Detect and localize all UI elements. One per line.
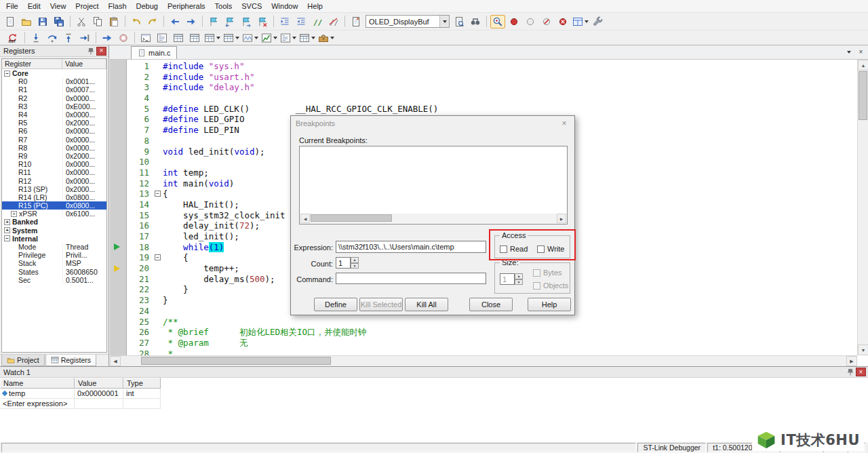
register-row-r11[interactable]: R110x0000... — [2, 168, 106, 176]
step-out-button[interactable] — [61, 32, 76, 44]
menu-svcs[interactable]: SVCS — [237, 1, 267, 12]
register-row-r10[interactable]: R100x0000... — [2, 160, 106, 168]
code-line-25[interactable]: 25/** — [127, 317, 857, 328]
watch-window-button[interactable] — [203, 32, 221, 44]
memory-window-button[interactable] — [222, 32, 240, 44]
menu-debug[interactable]: Debug — [132, 1, 163, 12]
vertical-scroll-thumb[interactable] — [859, 71, 867, 120]
watch-type-cell[interactable] — [123, 399, 161, 409]
code-line-4[interactable]: 4 — [127, 93, 857, 104]
register-row-r3[interactable]: R30xE000... — [2, 102, 106, 111]
watch-row-1[interactable]: temp0x00000001int — [0, 389, 868, 399]
register-row-stack[interactable]: StackMSP — [2, 259, 106, 267]
tab-registers[interactable]: Registers — [45, 355, 96, 366]
menu-view[interactable]: View — [45, 1, 71, 12]
open-file-button[interactable] — [19, 15, 34, 28]
menu-file[interactable]: File — [1, 1, 23, 12]
menu-peripherals[interactable]: Peripherals — [163, 1, 210, 12]
dialog-close-icon[interactable]: × — [559, 119, 570, 128]
register-row-r2[interactable]: R20x0000... — [2, 94, 106, 102]
register-row-r5[interactable]: R50x2000... — [2, 119, 106, 127]
fold-marker-icon[interactable]: − — [155, 191, 161, 197]
code-line-2[interactable]: 2#include "usart.h" — [127, 72, 857, 83]
help-button[interactable]: Help — [528, 298, 571, 311]
count-value[interactable]: 1 — [336, 257, 351, 269]
redo-button[interactable] — [145, 15, 160, 28]
scroll-left-icon[interactable]: ◀ — [300, 214, 310, 223]
find-button[interactable] — [452, 15, 467, 28]
register-row-r1[interactable]: R10x0007... — [2, 85, 106, 94]
run-button[interactable] — [100, 32, 115, 44]
serial-window-button[interactable] — [241, 32, 259, 44]
register-row-r6[interactable]: R60x0000... — [2, 127, 106, 135]
pin-icon[interactable] — [85, 47, 96, 56]
bookmark-clear-button[interactable] — [255, 15, 270, 28]
register-row-r13-sp[interactable]: R13 (SP)0x2000... — [2, 185, 106, 193]
run-to-line-button[interactable] — [77, 32, 92, 44]
close-file-icon[interactable]: × — [856, 47, 866, 57]
toolbox-button[interactable] — [317, 32, 335, 44]
breakpoints-list-scrollbar[interactable]: ◀ ▶ — [300, 214, 566, 223]
count-spinner[interactable]: 1 ▲▼ — [336, 257, 359, 269]
collapse-icon[interactable]: − — [4, 235, 10, 241]
command-input[interactable] — [336, 273, 486, 284]
collapse-icon[interactable]: − — [4, 71, 10, 77]
symbol-window-button[interactable] — [171, 32, 186, 44]
define-button[interactable]: Define — [314, 298, 357, 311]
register-row-privilege[interactable]: PrivilegePrivil... — [2, 251, 106, 259]
register-row-r4[interactable]: R40x0000... — [2, 111, 106, 119]
expression-input[interactable]: \\stm32f103\..\..\Users\main.c\temp — [336, 241, 486, 253]
edit-marker-button[interactable] — [349, 15, 363, 28]
watch-value-cell[interactable] — [75, 399, 123, 409]
code-line-3[interactable]: 3#include "delay.h" — [127, 82, 857, 93]
save-all-button[interactable] — [52, 15, 66, 28]
register-row-states[interactable]: States36008650 — [2, 268, 106, 276]
expand-icon[interactable]: + — [4, 227, 10, 233]
insert-breakpoint-button[interactable] — [507, 15, 521, 28]
watch-column-value[interactable]: Value — [75, 378, 123, 389]
new-file-button[interactable] — [3, 15, 18, 28]
register-row-core[interactable]: −Core — [2, 69, 106, 77]
register-row-sec[interactable]: Sec0.5001... — [2, 276, 106, 284]
tab-project[interactable]: Project — [1, 355, 45, 366]
combobox-dropdown-icon[interactable] — [439, 16, 449, 27]
scroll-left-icon[interactable]: ◀ — [110, 356, 121, 366]
code-line-1[interactable]: 1#include "sys.h" — [127, 61, 857, 72]
configuration-button[interactable] — [591, 15, 606, 28]
editor-vertical-scrollbar[interactable]: ▲ ▼ — [857, 60, 868, 355]
reset-button[interactable]: RST — [3, 32, 21, 44]
zoom-button[interactable] — [490, 15, 505, 28]
count-up-icon[interactable]: ▲ — [351, 257, 359, 263]
find-in-files-button[interactable] — [468, 15, 483, 28]
disable-all-breakpoints-button[interactable] — [539, 15, 554, 28]
watch-name-cell[interactable]: <Enter expression> — [0, 399, 75, 409]
navigate-forward-button[interactable] — [184, 15, 199, 28]
breakpoints-list[interactable]: ◀ ▶ — [299, 146, 568, 224]
save-button[interactable] — [35, 15, 50, 28]
code-line-5[interactable]: 5#define LED_CLK() __HAL_RCC_GPIOC_CLK_E… — [127, 104, 857, 115]
comment-button[interactable]: // — [310, 15, 325, 28]
paste-button[interactable] — [106, 15, 121, 28]
expand-icon[interactable]: + — [11, 211, 17, 217]
analysis-window-button[interactable] — [260, 32, 278, 44]
register-row-r15-pc[interactable]: R15 (PC)0x0800... — [2, 201, 106, 210]
register-row-r0[interactable]: R00x0001... — [2, 77, 106, 85]
indent-button[interactable] — [277, 15, 292, 28]
outdent-button[interactable] — [294, 15, 309, 28]
watch-type-cell[interactable]: int — [123, 389, 161, 399]
kill-all-breakpoints-button[interactable] — [555, 15, 570, 28]
menu-help[interactable]: Help — [302, 1, 328, 12]
menu-project[interactable]: Project — [71, 1, 103, 12]
register-row-mode[interactable]: ModeThread — [2, 243, 106, 251]
registers-window-button[interactable] — [187, 32, 202, 44]
dialog-titlebar[interactable]: Breakpoints × — [291, 116, 574, 130]
code-line-27[interactable]: 27 * @param 无 — [127, 338, 857, 349]
register-row-r8[interactable]: R80x0000... — [2, 144, 106, 152]
kill-all-button[interactable]: Kill All — [405, 298, 448, 311]
scroll-right-icon[interactable]: ▶ — [557, 214, 566, 223]
scroll-thumb[interactable] — [311, 214, 392, 222]
fold-marker-icon[interactable]: − — [155, 254, 161, 260]
disassembly-window-button[interactable] — [155, 32, 170, 44]
code-line-28[interactable]: 28 * — [127, 349, 857, 355]
register-row-r14-lr[interactable]: R14 (LR)0x0800... — [2, 193, 106, 201]
